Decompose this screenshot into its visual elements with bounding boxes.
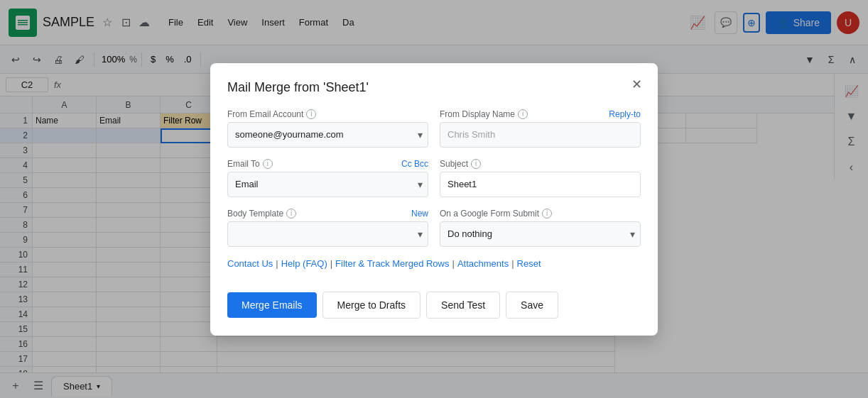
email-to-select-wrapper: Email ▾ — [227, 172, 428, 197]
from-display-info-icon[interactable]: i — [518, 109, 528, 119]
subject-group: Subject i — [440, 159, 641, 197]
from-email-select-wrapper: someone@yourname.com ▾ — [227, 122, 428, 148]
form-row-3: Body Template i New ▾ On a Google Form S… — [227, 209, 641, 247]
merge-drafts-button[interactable]: Merge to Drafts — [322, 292, 421, 319]
subject-info-icon[interactable]: i — [471, 159, 481, 169]
form-row-2: Email To i Cc Bcc Email ▾ Subject i — [227, 159, 641, 197]
from-email-label: From Email Account i — [227, 109, 428, 119]
from-email-group: From Email Account i someone@yourname.co… — [227, 109, 428, 148]
dialog-title: Mail Merge from 'Sheet1' — [227, 80, 641, 95]
footer-links: Contact Us | Help (FAQ) | Filter & Track… — [227, 258, 641, 269]
sep-2: | — [330, 258, 332, 269]
save-button[interactable]: Save — [506, 292, 558, 319]
google-form-info-icon[interactable]: i — [542, 209, 552, 219]
google-form-select[interactable]: Do nothing — [440, 221, 641, 247]
help-faq-link[interactable]: Help (FAQ) — [281, 258, 327, 269]
body-template-group: Body Template i New ▾ — [227, 209, 428, 247]
subject-label-row: Subject i — [440, 159, 641, 169]
cc-bcc-link[interactable]: Cc Bcc — [401, 159, 428, 169]
body-template-select-wrapper: ▾ — [227, 221, 428, 247]
reset-link[interactable]: Reset — [517, 258, 541, 269]
from-email-select[interactable]: someone@yourname.com — [227, 122, 428, 148]
filter-track-link[interactable]: Filter & Track Merged Rows — [335, 258, 449, 269]
merge-emails-button[interactable]: Merge Emails — [227, 292, 317, 318]
from-display-label-row: From Display Name i Reply-to — [440, 109, 641, 119]
email-to-label-row: Email To i Cc Bcc — [227, 159, 428, 169]
email-to-info-icon[interactable]: i — [263, 159, 273, 169]
email-to-group: Email To i Cc Bcc Email ▾ — [227, 159, 428, 197]
body-template-label-row: Body Template i New — [227, 209, 428, 219]
dialog-overlay: ✕ Mail Merge from 'Sheet1' From Email Ac… — [0, 0, 868, 398]
new-template-link[interactable]: New — [411, 209, 428, 219]
sep-1: | — [276, 258, 278, 269]
reply-to-link[interactable]: Reply-to — [609, 109, 641, 119]
from-display-input[interactable] — [440, 122, 641, 148]
dialog-close-button[interactable]: ✕ — [626, 74, 646, 94]
send-test-button[interactable]: Send Test — [426, 292, 500, 319]
from-email-info-icon[interactable]: i — [306, 109, 316, 119]
form-row-1: From Email Account i someone@yourname.co… — [227, 109, 641, 148]
sep-4: | — [511, 258, 514, 269]
body-template-info-icon[interactable]: i — [286, 209, 296, 219]
google-form-label-row: On a Google Form Submit i — [440, 209, 641, 219]
from-display-group: From Display Name i Reply-to — [440, 109, 641, 148]
google-form-group: On a Google Form Submit i Do nothing ▾ — [440, 209, 641, 247]
google-form-select-wrapper: Do nothing ▾ — [440, 221, 641, 247]
contact-us-link[interactable]: Contact Us — [227, 258, 273, 269]
attachments-link[interactable]: Attachments — [457, 258, 509, 269]
body-template-select[interactable] — [227, 221, 428, 247]
subject-input[interactable] — [440, 172, 641, 197]
mail-merge-dialog: ✕ Mail Merge from 'Sheet1' From Email Ac… — [210, 63, 658, 336]
email-to-select[interactable]: Email — [227, 172, 428, 197]
dialog-actions: Merge Emails Merge to Drafts Send Test S… — [227, 292, 641, 319]
sep-3: | — [452, 258, 454, 269]
